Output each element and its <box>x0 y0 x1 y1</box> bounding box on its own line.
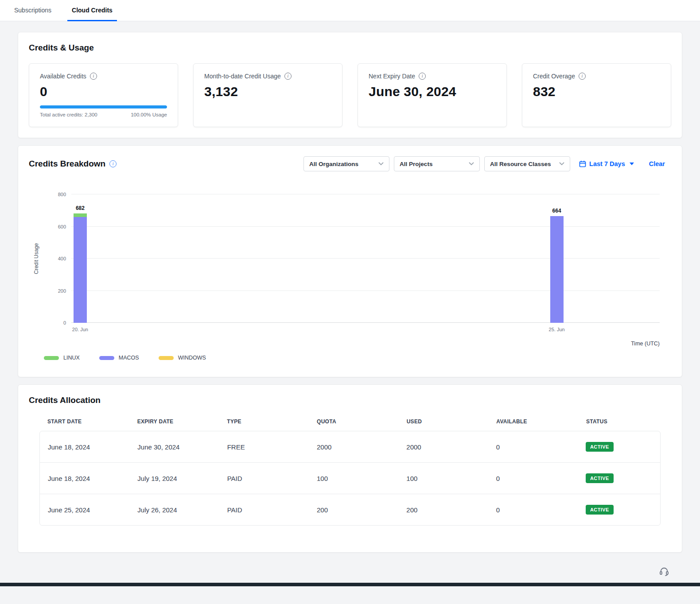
footer-area <box>18 560 682 583</box>
credits-allocation-table: START DATE EXPIRY DATE TYPE QUOTA USED A… <box>39 418 661 526</box>
info-icon[interactable]: i <box>579 73 586 80</box>
projects-select-value: All Projects <box>400 161 432 167</box>
usage-percentage-note: 100.00% Usage <box>131 112 167 117</box>
organizations-select-value: All Organizations <box>309 161 358 167</box>
cell-type: FREE <box>227 443 317 451</box>
legend-swatch <box>99 356 114 360</box>
cell-start-date: June 18, 2024 <box>48 475 137 482</box>
stats-row: Available Credits i 0 Total active credi… <box>29 63 671 127</box>
cell-used: 200 <box>406 506 496 514</box>
table-row: June 18, 2024 June 30, 2024 FREE 2000 20… <box>40 431 660 463</box>
cell-quota: 200 <box>317 506 406 514</box>
cell-available: 0 <box>496 443 586 451</box>
cell-expiry-date: July 19, 2024 <box>137 475 227 482</box>
legend-label: LINUX <box>63 355 80 361</box>
tab-cloud-credits[interactable]: Cloud Credits <box>67 0 117 21</box>
credits-progress-bar <box>40 105 167 108</box>
available-credits-label: Available Credits <box>40 73 86 80</box>
caret-down-icon <box>630 163 634 165</box>
available-credits-value: 0 <box>40 84 167 99</box>
credits-usage-title: Credits & Usage <box>29 43 671 53</box>
mtd-usage-card: Month-to-date Credit Usage i 3,132 <box>193 63 342 127</box>
chart-plot-area: 020040060080068220. Jun66425. Jun <box>71 194 660 323</box>
legend-label: WINDOWS <box>178 355 206 361</box>
x-axis-label: Time (UTC) <box>29 341 671 347</box>
info-icon[interactable]: i <box>90 73 97 80</box>
main-content: Credits & Usage Available Credits i 0 To… <box>0 21 700 583</box>
bar-20-jun[interactable]: 682 <box>74 194 87 323</box>
y-axis-label: Credit Usage <box>33 243 39 274</box>
legend-label: MACOS <box>119 355 139 361</box>
cell-expiry-date: July 26, 2024 <box>137 506 227 514</box>
next-expiry-label: Next Expiry Date <box>369 73 415 80</box>
cell-used: 100 <box>406 475 496 482</box>
cell-quota: 2000 <box>317 443 406 451</box>
x-axis-tick: 20. Jun <box>72 327 88 332</box>
bar-total-label: 664 <box>552 208 561 214</box>
credit-overage-card: Credit Overage i 832 <box>522 63 671 127</box>
y-axis-tick: 800 <box>58 192 66 197</box>
total-active-credits-note: Total active credits: 2,300 <box>40 112 97 117</box>
next-expiry-value: June 30, 2024 <box>369 84 496 99</box>
gridline <box>71 322 660 323</box>
y-axis-tick: 0 <box>63 320 66 325</box>
available-credits-card: Available Credits i 0 Total active credi… <box>29 63 178 127</box>
cell-start-date: June 18, 2024 <box>48 443 137 451</box>
table-row: June 25, 2024 July 26, 2024 PAID 200 200… <box>40 494 660 525</box>
table-row: June 18, 2024 July 19, 2024 PAID 100 100… <box>40 463 660 494</box>
breakdown-filters: All Organizations All Projects All Resou… <box>303 156 671 171</box>
legend-item-windows[interactable]: WINDOWS <box>159 355 206 361</box>
credit-overage-label: Credit Overage <box>533 73 575 80</box>
column-header-available: AVAILABLE <box>496 418 586 425</box>
table-header-row: START DATE EXPIRY DATE TYPE QUOTA USED A… <box>39 418 661 431</box>
bar-segment-linux <box>74 213 87 217</box>
cell-start-date: June 25, 2024 <box>48 506 137 514</box>
legend-swatch <box>44 356 59 360</box>
gridline <box>71 194 660 194</box>
info-icon[interactable]: i <box>109 160 117 167</box>
cell-quota: 100 <box>317 475 406 482</box>
resource-classes-select[interactable]: All Resource Classes <box>484 156 570 171</box>
status-badge: ACTIVE <box>586 505 614 515</box>
cell-expiry-date: June 30, 2024 <box>137 443 227 451</box>
chevron-down-icon <box>378 162 384 166</box>
chevron-down-icon <box>559 162 564 166</box>
clear-filters-button[interactable]: Clear <box>649 160 665 167</box>
column-header-expiry-date: EXPIRY DATE <box>137 418 227 425</box>
bottom-bar <box>0 583 700 586</box>
mtd-usage-label: Month-to-date Credit Usage <box>204 73 281 80</box>
credits-progress-fill <box>40 105 167 108</box>
legend-item-linux[interactable]: LINUX <box>44 355 80 361</box>
legend-item-macos[interactable]: MACOS <box>99 355 139 361</box>
support-icon[interactable] <box>659 567 669 576</box>
cell-available: 0 <box>496 506 586 514</box>
tab-subscriptions[interactable]: Subscriptions <box>10 0 56 21</box>
credit-usage-chart: Credit Usage 020040060080068220. Jun6642… <box>29 194 671 361</box>
column-header-type: TYPE <box>227 418 317 425</box>
date-range-picker[interactable]: Last 7 Days <box>579 160 634 167</box>
credits-breakdown-card: Credits Breakdown i All Organizations Al… <box>18 145 682 377</box>
credits-breakdown-title: Credits Breakdown <box>29 159 105 169</box>
gridline <box>71 290 660 291</box>
bar-25-jun[interactable]: 664 <box>550 194 564 323</box>
chevron-down-icon <box>469 162 474 166</box>
gridline <box>71 258 660 259</box>
y-axis-tick: 600 <box>58 224 66 229</box>
bar-total-label: 682 <box>76 205 85 211</box>
info-icon[interactable]: i <box>284 73 292 80</box>
status-badge: ACTIVE <box>586 442 614 452</box>
info-icon[interactable]: i <box>419 73 426 80</box>
next-expiry-card: Next Expiry Date i June 30, 2024 <box>358 63 507 127</box>
resource-classes-select-value: All Resource Classes <box>490 161 551 167</box>
bar-segment-macos <box>550 216 564 323</box>
y-axis-tick: 200 <box>58 288 66 294</box>
status-badge: ACTIVE <box>586 473 614 483</box>
cell-type: PAID <box>227 475 317 482</box>
credits-allocation-card: Credits Allocation START DATE EXPIRY DAT… <box>18 384 682 553</box>
credit-overage-value: 832 <box>533 84 660 99</box>
projects-select[interactable]: All Projects <box>394 156 480 171</box>
credits-usage-card: Credits & Usage Available Credits i 0 To… <box>18 32 682 138</box>
organizations-select[interactable]: All Organizations <box>303 156 389 171</box>
calendar-icon <box>579 160 586 167</box>
cell-used: 2000 <box>406 443 496 451</box>
